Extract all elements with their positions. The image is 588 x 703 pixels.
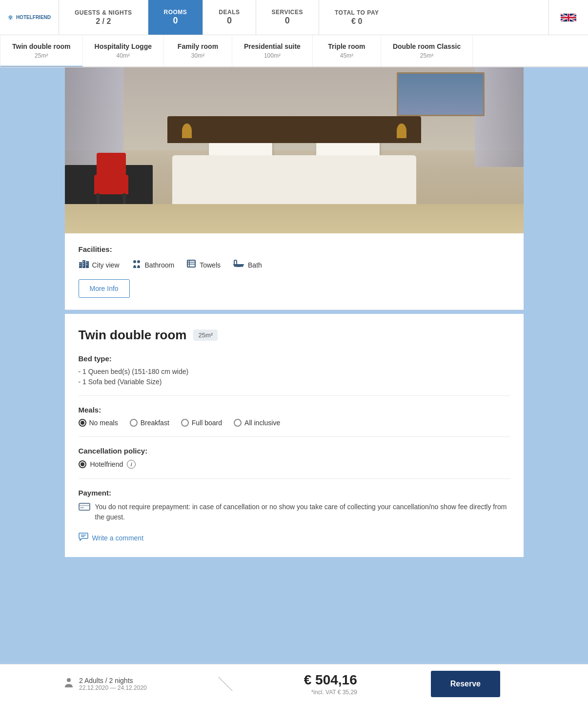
svg-rect-9 xyxy=(80,265,81,266)
price-vat: *incl. VAT € 35,29 xyxy=(304,689,357,696)
payment-card-icon xyxy=(79,502,90,514)
radio-dot-no-meals xyxy=(81,421,84,425)
footer-divider-slash xyxy=(216,674,235,694)
svg-rect-18 xyxy=(187,260,195,267)
bathroom-icon xyxy=(131,259,142,270)
svg-rect-20 xyxy=(242,265,243,267)
footer-bar: 2 Adults / 2 nights 22.12.2020 — 24.12.2… xyxy=(0,664,588,703)
meals-label: Meals: xyxy=(79,406,510,414)
cancellation-section: Cancellation policy: Hotelfriend i xyxy=(79,447,510,469)
room-details-section: Twin double room 25m² Bed type: - 1 Quee… xyxy=(65,314,524,557)
header: HOTELFRIEND GUESTS & NIGHTS 2 / 2 ROOMS … xyxy=(0,0,588,35)
uk-flag-icon xyxy=(561,13,576,22)
more-info-button[interactable]: More Info xyxy=(79,279,130,298)
svg-rect-3 xyxy=(10,18,11,20)
room-tab-family[interactable]: Family room 30m² xyxy=(164,35,232,66)
main-content: Facilities: xyxy=(65,67,524,606)
room-size-badge: 25m² xyxy=(193,330,218,341)
facility-bathroom: Bathroom xyxy=(131,259,175,270)
language-selector[interactable] xyxy=(548,0,588,35)
meal-breakfast-label: Breakfast xyxy=(141,419,169,427)
room-tab-hospitality[interactable]: Hospitality Logge 40m² xyxy=(83,35,164,66)
radio-full-board xyxy=(181,419,189,427)
tab-guests-nights[interactable]: GUESTS & NIGHTS 2 / 2 xyxy=(59,0,148,35)
facilities-section: Facilities: xyxy=(65,233,524,310)
room-chair xyxy=(94,165,128,204)
footer-guest-dates: 22.12.2020 — 24.12.2020 xyxy=(79,684,147,691)
room-tab-twin-double[interactable]: Twin double room 25m² xyxy=(0,35,83,67)
payment-info: You do not require prepayment: in case o… xyxy=(79,502,510,522)
comment-icon xyxy=(79,532,88,543)
room-image xyxy=(65,67,524,233)
payment-text: You do not require prepayment: in case o… xyxy=(95,502,510,522)
svg-rect-8 xyxy=(80,263,81,264)
room-title-row: Twin double room 25m² xyxy=(79,328,510,343)
divider-2 xyxy=(79,436,510,437)
radio-dot-cancellation xyxy=(81,462,84,466)
meals-section: Meals: No meals Breakfast Full board xyxy=(79,406,510,427)
divider-1 xyxy=(79,395,510,396)
svg-rect-13 xyxy=(85,261,86,262)
svg-rect-23 xyxy=(80,507,84,508)
meal-full-board[interactable]: Full board xyxy=(181,419,222,427)
towels-icon xyxy=(186,259,197,270)
meal-no-meals[interactable]: No meals xyxy=(79,419,118,427)
facility-towels: Towels xyxy=(186,259,221,270)
bed-item-1: - 1 Queen bed(s) (151-180 cm wide) xyxy=(79,368,510,375)
svg-marker-4 xyxy=(8,15,13,17)
room-tab-presidential[interactable]: Presidential suite 100m² xyxy=(232,35,313,66)
facilities-title: Facilities: xyxy=(79,245,510,253)
facility-city-view: City view xyxy=(79,259,120,270)
logo-text: HOTELFRIEND xyxy=(16,15,51,20)
city-view-icon xyxy=(79,259,89,270)
facility-bath-label: Bath xyxy=(248,261,262,269)
svg-rect-10 xyxy=(83,261,84,262)
room-image-scene xyxy=(65,67,524,233)
payment-label: Payment: xyxy=(79,489,510,497)
room-type-tabs: Twin double room 25m² Hospitality Logge … xyxy=(0,35,588,67)
facility-city-view-label: City view xyxy=(92,261,120,269)
svg-rect-21 xyxy=(79,503,90,510)
cancellation-hotelfriend-label: Hotelfriend xyxy=(90,460,123,468)
write-comment-label: Write a comment xyxy=(92,534,144,542)
meal-all-inclusive[interactable]: All inclusive xyxy=(234,419,280,427)
radio-breakfast xyxy=(130,419,138,427)
tab-services[interactable]: SERVICES 0 xyxy=(256,0,319,35)
footer-price: € 504,16 *incl. VAT € 35,29 xyxy=(304,672,357,696)
bed-item-2: - 1 Sofa bed (Variable Size) xyxy=(79,378,510,386)
room-detail-title: Twin double room xyxy=(79,328,187,343)
meals-options: No meals Breakfast Full board All inclus… xyxy=(79,419,510,427)
tab-total[interactable]: TOTAL TO PAY € 0 xyxy=(319,0,394,35)
svg-rect-14 xyxy=(86,262,87,263)
write-comment-link[interactable]: Write a comment xyxy=(79,532,510,543)
payment-section: Payment: You do not require prepayment: … xyxy=(79,489,510,522)
radio-no-meals xyxy=(79,419,86,427)
logo[interactable]: HOTELFRIEND xyxy=(0,10,59,25)
cancellation-info-icon[interactable]: i xyxy=(127,460,136,469)
bed-type-label: Bed type: xyxy=(79,354,510,363)
svg-rect-11 xyxy=(83,263,84,264)
reserve-button[interactable]: Reserve xyxy=(431,671,500,697)
tab-rooms[interactable]: ROOMS 0 xyxy=(148,0,203,35)
radio-cancellation xyxy=(79,460,86,468)
svg-rect-15 xyxy=(86,264,87,265)
svg-point-17 xyxy=(137,260,140,263)
svg-rect-19 xyxy=(234,265,235,267)
facility-bathroom-label: Bathroom xyxy=(145,261,175,269)
svg-rect-22 xyxy=(79,505,90,506)
facility-bath: Bath xyxy=(232,259,262,270)
meal-all-inclusive-label: All inclusive xyxy=(244,419,280,427)
svg-point-16 xyxy=(133,260,136,263)
meal-no-meals-label: No meals xyxy=(89,419,118,427)
svg-rect-12 xyxy=(83,265,84,266)
meal-full-board-label: Full board xyxy=(192,419,222,427)
room-tab-double-classic[interactable]: Double room Classic 25m² xyxy=(381,35,473,66)
facility-towels-label: Towels xyxy=(200,261,221,269)
cancellation-option: Hotelfriend i xyxy=(79,460,510,469)
svg-point-26 xyxy=(67,678,71,682)
room-tab-triple[interactable]: Triple room 45m² xyxy=(313,35,381,66)
meal-breakfast[interactable]: Breakfast xyxy=(130,419,169,427)
bath-icon xyxy=(232,259,245,270)
divider-3 xyxy=(79,478,510,479)
tab-deals[interactable]: DEALS 0 xyxy=(203,0,255,35)
